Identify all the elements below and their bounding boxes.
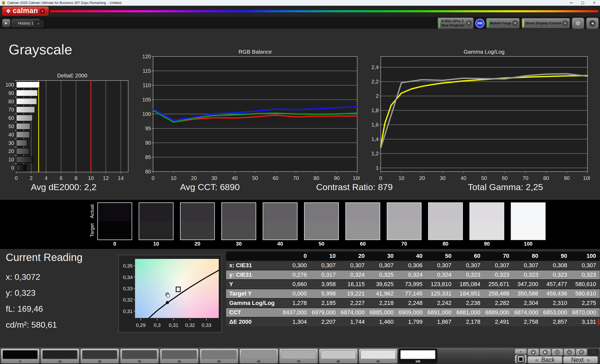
table-cell: 0,307 (571, 260, 600, 270)
stop-icon: ■ (531, 350, 536, 355)
level-button-80[interactable]: 80 (319, 349, 358, 363)
svg-text:0,32: 0,32 (123, 297, 133, 303)
grayscale-swatch-50: 50 (304, 202, 339, 247)
table-header-cell: 90 (542, 252, 571, 260)
meter-status-stripe (439, 19, 440, 28)
table-cell: 6889,000 (484, 308, 513, 317)
level-button-100[interactable]: 100 (399, 349, 437, 363)
deltae-bar-0 (16, 165, 26, 171)
level-button-70[interactable]: 70 (279, 349, 318, 363)
collapse-panel-button[interactable]: ◀ (586, 18, 599, 29)
device-toolbar: X-Rite i1Pro 3 Rear Projector ▼ 340 Mobi… (438, 18, 599, 29)
level-button-20[interactable]: 20 (80, 349, 119, 363)
level-button-60[interactable]: 60 (239, 349, 278, 363)
display-control-dropdown[interactable]: Direct Display Control ▼ (522, 18, 570, 29)
swatch-label: 40 (263, 241, 298, 247)
svg-text:120: 120 (143, 54, 151, 59)
chevron-down-icon: ▼ (40, 9, 45, 14)
svg-text:2: 2 (30, 175, 33, 181)
level-button-40[interactable]: 40 (160, 349, 199, 363)
continuous-button[interactable]: ∞ (564, 349, 575, 356)
table-cell: 39,625 (368, 279, 397, 289)
meter-count-badge[interactable]: 340 (475, 19, 484, 28)
stop-button[interactable]: ■ (528, 349, 539, 356)
svg-text:90: 90 (334, 175, 340, 181)
table-row-label: CCT (226, 308, 282, 317)
add-tab-button[interactable]: + (33, 20, 43, 27)
svg-text:70: 70 (293, 175, 299, 181)
table-cell: 0,307 (455, 260, 484, 270)
tray-collapse-button[interactable]: ▲ (515, 349, 527, 354)
svg-text:0,34: 0,34 (123, 275, 133, 280)
continuous-icon: ∞ (567, 350, 572, 355)
level-patch (82, 350, 117, 359)
actual-chip (429, 203, 462, 221)
swatch-label: 0 (97, 241, 132, 247)
current-reading-panel: Current Reading x: 0,3072 y: 0,323 fL: 1… (6, 252, 83, 336)
source-dropdown[interactable]: Mobile Forge ▼ (486, 18, 520, 29)
table-cell: 457,477 (542, 279, 571, 289)
table-cell: 347,200 (513, 279, 542, 289)
target-chip (470, 221, 504, 240)
chevron-down-icon: ▼ (512, 20, 518, 26)
table-cell: 185,084 (455, 279, 484, 289)
svg-text:40: 40 (232, 175, 238, 181)
table-row-label: Y (226, 279, 282, 289)
workspace: Grayscale DeltaE 20000102030405060708090… (0, 29, 600, 348)
calman-menu-button[interactable]: ❖ calman ▼ (2, 7, 49, 16)
svg-text:2: 2 (376, 93, 379, 99)
inactive-circle-icon (591, 350, 596, 355)
target-chip (387, 221, 421, 240)
svg-text:0: 0 (379, 175, 382, 181)
table-cell: 2,242 (426, 298, 455, 308)
level-button-90[interactable]: 90 (359, 349, 397, 363)
table-cell: 41,962 (368, 289, 397, 298)
table-header-cell: 10 (311, 252, 340, 260)
interval-button[interactable]: [··] (552, 349, 563, 356)
next-button[interactable]: Next » (563, 356, 598, 363)
table-cell: 2,238 (455, 298, 484, 308)
svg-text:80: 80 (8, 99, 14, 104)
table-cell: 3,958 (311, 279, 340, 289)
level-button-30[interactable]: 30 (120, 349, 159, 363)
table-cell: 2,227 (339, 298, 368, 308)
swatch-chip (387, 202, 422, 240)
level-button-0[interactable]: 0 (1, 349, 40, 363)
cie-chart-svg: 0,350,340,330,320,310,290,30,310,320,33 (119, 255, 221, 332)
loop-button[interactable]: ⟳ (576, 349, 587, 356)
level-label: 70 (281, 360, 316, 363)
close-button[interactable]: ✕ (588, 0, 600, 5)
deltae-bar-70 (16, 106, 35, 113)
settings-button[interactable]: ⚙ (572, 18, 584, 29)
page-title: Grayscale (9, 41, 72, 58)
gamma-chart-svg: Gamma Log/Log11,21,41,61,822,22,40102030… (370, 49, 590, 181)
svg-text:1,8: 1,8 (371, 107, 379, 113)
deltae-bar-30 (16, 140, 27, 146)
level-button-50[interactable]: 50 (200, 349, 238, 363)
table-cell: 0,276 (282, 270, 311, 279)
actual-chip (139, 203, 173, 221)
out-of-range-tick (598, 319, 599, 325)
actual-chip (222, 203, 256, 221)
tab-scroll-button[interactable]: ▶ (2, 19, 10, 27)
maximize-button[interactable] (577, 0, 588, 5)
meter-dropdown[interactable]: X-Rite i1Pro 3 Rear Projector ▼ (438, 18, 474, 29)
grayscale-swatch-70: 70 (387, 202, 422, 247)
level-patch (281, 350, 316, 359)
svg-text:30: 30 (211, 175, 217, 181)
back-button[interactable]: « Back (528, 356, 562, 363)
table-cell: 2,304 (513, 298, 542, 308)
swatch-chip (304, 202, 339, 240)
pattern-window-button[interactable] (515, 355, 527, 363)
table-cell: 6909,000 (397, 308, 426, 317)
reading-y: y: 0,323 (6, 288, 83, 298)
grayscale-swatch-10: 10 (139, 202, 173, 247)
play-arrow-icon: ▶ (5, 21, 7, 25)
table-cell: 258,488 (484, 289, 513, 298)
play-button[interactable]: ▶ (540, 349, 551, 356)
level-button-10[interactable]: 10 (41, 349, 79, 363)
minimize-button[interactable] (565, 0, 577, 5)
meter-mode: Rear Projector (441, 23, 465, 27)
table-cell: 6881,000 (455, 308, 484, 317)
chevron-down-icon: ▼ (562, 20, 568, 26)
